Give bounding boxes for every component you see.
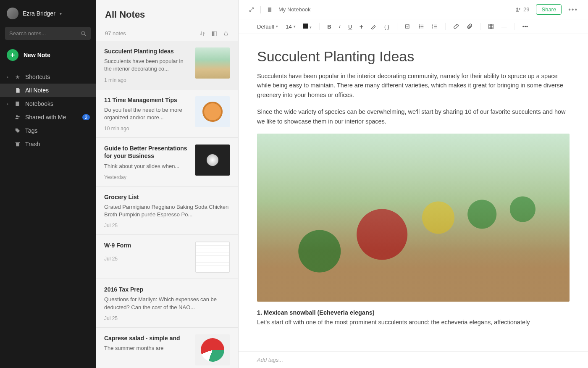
chevron-down-icon: ▾ [294,24,296,29]
note-paragraph[interactable]: Let's start off with one of the most pro… [257,318,570,327]
note-body[interactable]: Succulent Planting Ideas Succulents have… [239,34,588,351]
note-item[interactable]: 2016 Tax Prep Questions for Marilyn: Whi… [96,279,238,328]
share-button[interactable]: Share [536,4,562,15]
checklist-button[interactable] [405,24,411,29]
font-select[interactable]: Default ▾ [257,24,278,30]
strikethrough-button[interactable]: T [360,24,363,30]
reminder-icon[interactable] [223,31,229,37]
more-format-icon[interactable]: ••• [522,24,528,30]
nav-label: Tags [25,127,38,134]
note-icon [14,87,21,93]
note-item-snippet: Questions for Marilyn: Which expenses ca… [104,296,230,311]
note-thumbnail [195,242,230,273]
color-picker[interactable]: ▾ [303,24,312,30]
user-name: Ezra Bridger [23,10,55,17]
svg-point-2 [16,115,18,117]
chevron-down-icon: ▾ [60,11,62,16]
svg-rect-11 [420,25,423,25]
editor-top-bar: My Notebook 29 Share ••• [239,0,588,19]
svg-point-14 [419,27,420,28]
trash-icon [14,141,21,147]
nav-shared[interactable]: Shared with Me 2 [0,110,96,124]
avatar [7,8,18,19]
sort-icon[interactable] [200,31,205,37]
shared-count[interactable]: 29 [515,6,529,13]
note-thumbnail [195,145,230,176]
size-select[interactable]: 14 ▾ [286,24,295,30]
note-item-snippet: The summer months are [104,344,190,352]
note-item-snippet: Succulents have been popular in the inte… [104,58,190,73]
svg-rect-19 [434,26,437,26]
more-icon[interactable]: ••• [568,6,578,13]
svg-rect-15 [420,28,423,28]
note-item[interactable]: 11 Time Management Tips Do you feel the … [96,89,238,138]
link-button[interactable] [453,24,459,29]
note-item-time: Yesterday [104,174,190,180]
caret-icon: ▸ [7,75,10,79]
highlight-button[interactable] [370,24,376,29]
chevron-down-icon: ▾ [276,24,278,29]
nav-label: Notebooks [25,100,53,107]
editor-panel: My Notebook 29 Share ••• Default ▾ 14 ▾ … [239,0,588,368]
view-icon[interactable] [211,31,217,37]
note-item[interactable]: W-9 Form Jul 25 [96,235,238,279]
notelist-title: All Notes [105,9,229,20]
note-item-time: Jul 25 [104,256,190,262]
svg-point-12 [419,26,420,27]
note-image[interactable] [257,134,570,302]
nav-tags[interactable]: Tags [0,124,96,137]
note-item[interactable]: Succulent Planting Ideas Succulents have… [96,41,238,89]
underline-button[interactable]: U [348,24,352,30]
note-list[interactable]: Succulent Planting Ideas Succulents have… [96,41,238,368]
new-note-button[interactable]: + New Note [5,47,91,63]
svg-point-10 [419,24,420,25]
expand-icon[interactable] [249,7,255,13]
new-note-label: New Note [24,52,50,58]
table-button[interactable] [488,24,494,29]
attachment-button[interactable] [467,24,472,29]
plus-icon: + [7,49,18,61]
bold-button[interactable]: B [327,24,331,30]
note-paragraph[interactable]: Succulents have been popular in the inte… [257,71,570,100]
tag-icon [14,128,21,134]
user-menu[interactable]: Ezra Bridger ▾ [0,6,96,25]
note-item-time: 1 min ago [104,77,190,83]
note-subheading[interactable]: 1. Mexican snowball (Echeveria elegans) [257,309,570,316]
note-paragraph[interactable]: Since the wide variety of species can be… [257,107,570,126]
caret-icon: ▸ [7,102,10,106]
svg-rect-13 [420,26,423,26]
bullet-list-button[interactable] [418,24,424,29]
code-block-button[interactable]: { } [384,24,389,30]
note-item-snippet: Do you feel the need to be more organize… [104,106,190,121]
note-thumbnail [195,334,230,365]
italic-button[interactable]: I [339,23,341,30]
notebook-icon [267,7,273,13]
format-toolbar: Default ▾ 14 ▾ ▾ B I U T { } 123 [239,19,588,34]
note-item-title: Grocery List [104,193,230,201]
note-item-title: Succulent Planting Ideas [104,47,190,55]
note-item-time: Jul 25 [104,223,230,229]
note-item[interactable]: Grocery List Grated Parmigiano Reggiano … [96,187,238,235]
nav-shortcuts[interactable]: ▸ ★ Shortcuts [0,70,96,84]
badge: 2 [82,114,90,120]
note-item-snippet: Think about your slides when... [104,163,190,170]
svg-point-3 [18,116,20,118]
svg-point-7 [516,8,518,10]
numbered-list-button[interactable]: 123 [432,24,438,29]
note-title[interactable]: Succulent Planting Ideas [257,48,570,65]
nav-all-notes[interactable]: All Notes [0,84,96,97]
svg-rect-21 [434,28,437,28]
hr-button[interactable]: — [501,24,507,30]
note-thumbnail [195,47,230,79]
tag-input[interactable]: Add tags... [239,351,588,368]
search-input[interactable] [9,30,81,37]
note-item[interactable]: Caprese salad - simple and The summer mo… [96,328,238,368]
nav-trash[interactable]: Trash [0,137,96,151]
note-item-title: W-9 Form [104,242,190,249]
search-icon [81,31,87,37]
svg-point-8 [519,8,520,10]
note-item[interactable]: Guide to Better Presentations for your B… [96,138,238,187]
notebook-name[interactable]: My Notebook [278,6,311,13]
search-box[interactable] [5,27,91,40]
nav-notebooks[interactable]: ▸ Notebooks [0,97,96,110]
